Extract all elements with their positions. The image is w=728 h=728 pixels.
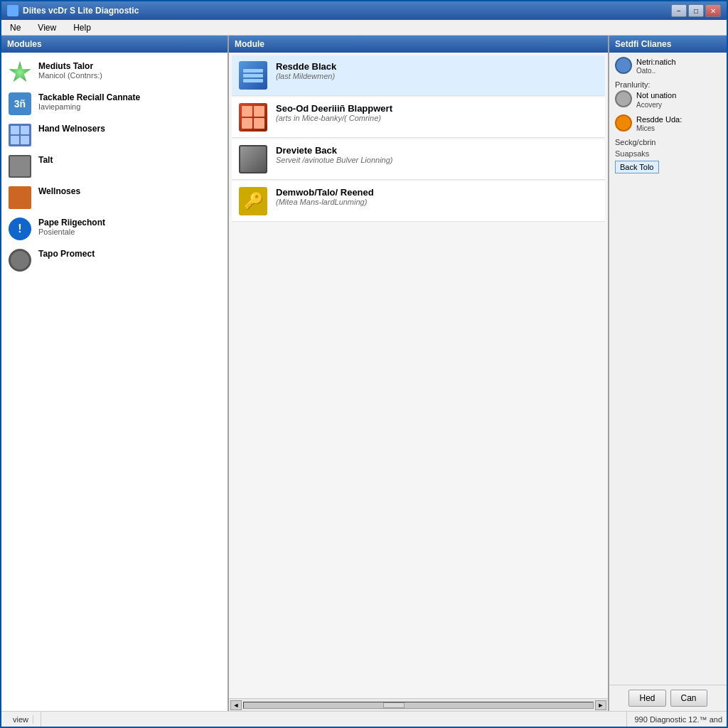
cube-icon xyxy=(9,186,31,209)
module-item-0[interactable]: Mediuts Talor Manicol (Contnrs:) xyxy=(1,57,228,88)
center-item-3[interactable]: 🔑 Demwob/Talo/ Reened (Mitea Mans-lardLu… xyxy=(232,181,605,222)
status-mid-section xyxy=(41,712,627,727)
restore-button[interactable]: □ xyxy=(688,4,704,17)
module-item-4[interactable]: Wellnoses xyxy=(1,182,228,213)
module-subtitle-0: Manicol (Contnrs:) xyxy=(38,71,102,80)
center-item-2[interactable]: Dreviete Back Serveit /avinotue Bulver L… xyxy=(232,139,605,180)
module-title-4: Wellnoses xyxy=(38,186,80,196)
center-icon-1 xyxy=(239,103,267,132)
center-item-0[interactable]: Resdde Black (last Mildewmen) xyxy=(232,55,605,96)
main-window: Diites vcDr S Lite Diagnostic − □ ✕ Ne V… xyxy=(0,0,728,728)
left-panel: Modules Mediuts Talor Manicol (Contnrs:)… xyxy=(1,36,229,711)
red-books-icon xyxy=(239,103,267,132)
status-left-section: view xyxy=(6,712,41,727)
right-top-subtitle: Oato.. xyxy=(636,67,676,75)
close-button[interactable]: ✕ xyxy=(705,4,721,17)
module-text-3: Talt xyxy=(38,155,53,165)
center-text-2: Dreviete Back Serveit /avinotue Bulver L… xyxy=(276,145,392,164)
right-top-title: Netri:natich xyxy=(636,57,676,67)
orange-circle-icon xyxy=(615,114,632,132)
right-priority-subtitle-0: Acovery xyxy=(636,101,676,109)
status-bar: view 990 Diagnostic 12.™ and xyxy=(1,711,727,727)
menu-help[interactable]: Help xyxy=(69,21,95,34)
module-text-6: Tapo Promect xyxy=(38,249,95,259)
status-left-text: view xyxy=(13,715,33,724)
scroll-left-btn[interactable]: ◄ xyxy=(230,700,242,710)
center-item-1[interactable]: Seo-Od Deeriiiñ Blappwert (arts in Mice-… xyxy=(232,97,605,138)
center-icon-0 xyxy=(239,61,267,90)
blue-numbers-icon: 3ñ xyxy=(9,92,31,115)
center-scrollbar[interactable]: ◄ ► xyxy=(229,698,608,711)
right-icon-orange xyxy=(615,114,632,132)
network-icon xyxy=(615,57,632,74)
right-panel-header: Setdfi Clianes xyxy=(609,36,727,53)
module-item-2[interactable]: Hand Welnosers xyxy=(1,119,228,151)
module-subtitle-5: Posientale xyxy=(38,228,105,236)
module-icon-0 xyxy=(9,61,31,84)
center-subtitle-1: (arts in Mice-banky/( Comrine) xyxy=(276,114,392,122)
minimize-button[interactable]: − xyxy=(671,4,687,17)
cancel-button[interactable]: Can xyxy=(670,690,707,707)
main-area: Modules Mediuts Talor Manicol (Contnrs:)… xyxy=(1,36,727,711)
right-section: Seckg/cbrin Suapsaks Back Tolo xyxy=(615,138,721,173)
menu-bar: Ne View Help xyxy=(1,20,727,36)
center-subtitle-3: (Mitea Mans-lardLunming) xyxy=(276,198,374,206)
right-priority-text-0: Not unation Acovery xyxy=(636,90,676,108)
module-title-6: Tapo Promect xyxy=(38,249,95,259)
module-icon-5: ! xyxy=(9,218,31,240)
center-title-3: Demwob/Talo/ Reened xyxy=(276,187,374,198)
center-title-2: Dreviete Back xyxy=(276,145,392,156)
center-list: Resdde Black (last Mildewmen) Seo-Od Dee… xyxy=(229,53,608,698)
scroll-thumb xyxy=(383,702,405,708)
gray-circle-icon xyxy=(615,90,632,107)
scroll-track[interactable] xyxy=(243,702,594,709)
module-title-2: Hand Welnosers xyxy=(38,124,105,134)
right-top-text: Netri:natich Oato.. xyxy=(636,57,676,75)
center-icon-2 xyxy=(239,145,267,173)
right-priority-item-0[interactable]: Not unation Acovery xyxy=(615,90,721,108)
right-icon-network xyxy=(615,57,632,74)
center-panel-header: Module xyxy=(229,36,608,53)
right-icon-gray xyxy=(615,90,632,107)
module-title-5: Pape Riigechont xyxy=(38,218,105,228)
module-text-4: Wellnoses xyxy=(38,186,80,196)
module-item-6[interactable]: Tapo Promect xyxy=(1,245,228,276)
key-icon: 🔑 xyxy=(239,187,267,215)
module-item-1[interactable]: 3ñ Tackable Reciall Cannate Iaviepaming xyxy=(1,88,228,119)
menu-view[interactable]: View xyxy=(33,21,60,34)
center-text-0: Resdde Black (last Mildewmen) xyxy=(276,61,336,80)
module-icon-2 xyxy=(9,124,31,146)
right-section-sub: Suapsaks xyxy=(615,149,721,158)
menu-ne[interactable]: Ne xyxy=(6,21,25,34)
right-priority-title-1: Resdde Uda: xyxy=(636,114,682,124)
center-title-0: Resdde Black xyxy=(276,61,336,72)
center-icon-3: 🔑 xyxy=(239,187,267,215)
module-icon-1: 3ñ xyxy=(9,92,31,115)
center-subtitle-2: Serveit /avinotue Bulver Lionning) xyxy=(276,156,392,164)
module-text-0: Mediuts Talor Manicol (Contnrs:) xyxy=(38,61,102,80)
center-text-1: Seo-Od Deeriiiñ Blappwert (arts in Mice-… xyxy=(276,103,392,122)
module-icon-6 xyxy=(9,249,31,272)
ok-button[interactable]: Hed xyxy=(628,690,665,707)
blue-stack-icon xyxy=(239,61,267,90)
right-section-title: Seckg/cbrin xyxy=(615,138,721,146)
blue-grid-icon xyxy=(9,124,31,146)
right-priority-label: Pranlurity: xyxy=(615,80,721,89)
app-icon xyxy=(7,5,18,16)
module-item-5[interactable]: ! Pape Riigechont Posientale xyxy=(1,213,228,245)
module-text-2: Hand Welnosers xyxy=(38,124,105,134)
scroll-right-btn[interactable]: ► xyxy=(595,700,606,710)
module-item-3[interactable]: Talt xyxy=(1,151,228,182)
highlight-button[interactable]: Back Tolo xyxy=(615,161,659,173)
module-title-3: Talt xyxy=(38,155,53,165)
module-icon-4 xyxy=(9,186,31,209)
right-panel: Setdfi Clianes Netri:natich Oato.. Pranl… xyxy=(609,36,727,711)
right-priority-subtitle-1: Mices xyxy=(636,124,682,132)
right-priority-item-1[interactable]: Resdde Uda: Mices xyxy=(615,114,721,132)
center-text-3: Demwob/Talo/ Reened (Mitea Mans-lardLunm… xyxy=(276,187,374,206)
right-content: Netri:natich Oato.. Pranlurity: Not unat… xyxy=(609,53,727,685)
left-panel-header: Modules xyxy=(1,36,228,53)
right-bottom-buttons: Hed Can xyxy=(609,685,727,711)
right-top-item[interactable]: Netri:natich Oato.. xyxy=(615,57,721,75)
green-star-icon xyxy=(9,61,31,84)
